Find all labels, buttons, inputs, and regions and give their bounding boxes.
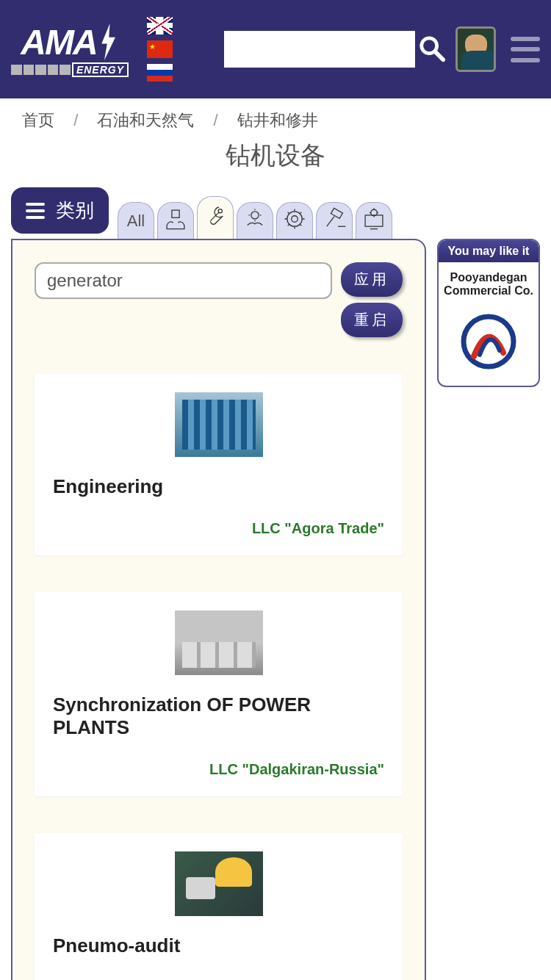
- gear-circuit-icon: [282, 206, 307, 236]
- page-title: 钻机设备: [0, 135, 551, 187]
- card-company[interactable]: LLC "Dalgakiran-Russia": [53, 761, 384, 778]
- hands-box-icon: [163, 206, 188, 236]
- category-button[interactable]: 类别: [11, 187, 109, 234]
- logo[interactable]: AMA ENERGY: [11, 22, 129, 77]
- card-title: Engineering: [53, 475, 384, 498]
- logo-subtext: ENERGY: [72, 62, 129, 77]
- sidebox-item-title[interactable]: Pooyandegan Commercial Co.: [443, 271, 534, 298]
- flag-ru[interactable]: [147, 64, 173, 82]
- filter-input[interactable]: [35, 262, 332, 299]
- breadcrumb-sep: /: [214, 111, 218, 129]
- avatar[interactable]: [455, 26, 496, 72]
- svg-point-6: [292, 215, 298, 222]
- result-card[interactable]: AMA Pneumo-audit LLC Chelyabinsk Compres…: [35, 833, 403, 980]
- sidebox-item-logo[interactable]: [459, 312, 518, 371]
- breadcrumb: 首页 / 石油和天然气 / 钻井和修井: [0, 98, 551, 135]
- hamburger-icon: [26, 203, 45, 219]
- svg-rect-2: [172, 210, 179, 217]
- tab-gavel[interactable]: [316, 202, 353, 239]
- svg-rect-7: [331, 208, 342, 218]
- wrench-icon: [203, 203, 228, 233]
- search-button[interactable]: [415, 33, 448, 66]
- you-may-like-box: You may like it Pooyandegan Commercial C…: [437, 239, 540, 387]
- lightning-icon: [97, 24, 119, 60]
- header: AMA ENERGY: [0, 0, 551, 98]
- card-image: AMA: [175, 851, 263, 916]
- svg-line-8: [327, 216, 334, 226]
- tabs: All: [118, 187, 426, 239]
- search-box: [224, 31, 448, 68]
- svg-point-3: [218, 209, 222, 212]
- search-icon: [418, 35, 446, 65]
- menu-button[interactable]: [511, 37, 540, 62]
- tab-hands[interactable]: [157, 202, 194, 239]
- tab-all[interactable]: All: [118, 202, 154, 239]
- gear-hand-icon: [242, 206, 267, 236]
- card-image: AMA: [175, 610, 263, 675]
- results-panel: 应用 重启 AMA Engineering LLC "Agora Trade" …: [11, 239, 426, 980]
- monitor-gear-icon: [361, 206, 386, 236]
- language-flags: [147, 17, 173, 82]
- search-input[interactable]: [224, 31, 415, 68]
- card-image: AMA: [175, 392, 263, 457]
- logo-bars: [11, 65, 71, 75]
- breadcrumb-sep: /: [73, 111, 78, 129]
- logo-text: AMA: [21, 22, 96, 62]
- apply-button[interactable]: 应用: [341, 262, 403, 297]
- category-label: 类别: [56, 198, 94, 223]
- svg-point-4: [251, 211, 259, 218]
- card-title: Pneumo-audit: [53, 934, 384, 957]
- tab-gear-circuit[interactable]: [276, 202, 313, 239]
- breadcrumb-cat1[interactable]: 石油和天然气: [97, 111, 194, 129]
- result-card[interactable]: AMA Engineering LLC "Agora Trade": [35, 374, 403, 555]
- card-company[interactable]: LLC "Agora Trade": [53, 520, 384, 537]
- tab-monitor-gear[interactable]: [356, 202, 392, 239]
- sidebox-header: You may like it: [439, 240, 539, 262]
- breadcrumb-home[interactable]: 首页: [22, 111, 54, 129]
- svg-line-1: [435, 51, 442, 59]
- tab-wrench[interactable]: [197, 196, 234, 239]
- flag-uk[interactable]: [147, 17, 173, 35]
- gavel-icon: [322, 206, 347, 236]
- sidebar: You may like it Pooyandegan Commercial C…: [437, 187, 540, 387]
- flag-cn[interactable]: [147, 40, 173, 58]
- card-title: Synchronization OF POWER PLANTS: [53, 693, 384, 739]
- tab-gear-hand[interactable]: [237, 202, 273, 239]
- breadcrumb-cat2[interactable]: 钻井和修井: [237, 111, 318, 129]
- result-card[interactable]: AMA Synchronization OF POWER PLANTS LLC …: [35, 592, 403, 796]
- reset-button[interactable]: 重启: [341, 303, 403, 337]
